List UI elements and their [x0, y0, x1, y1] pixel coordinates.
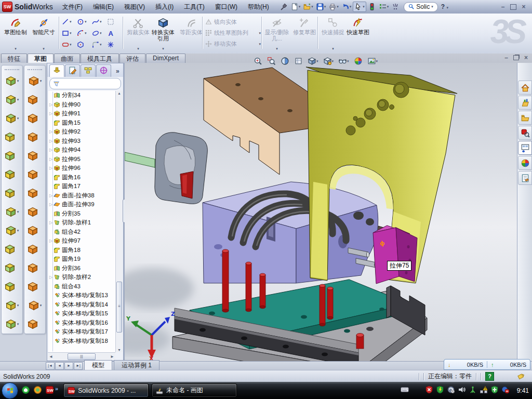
- minimize-button[interactable]: –: [499, 3, 507, 10]
- knit-surface-button[interactable]: [24, 277, 45, 296]
- expand-arrow-icon[interactable]: ▷: [48, 220, 54, 225]
- tree-item[interactable]: 圆角19: [48, 255, 115, 264]
- commandmanager-tab-特征[interactable]: 特征: [1, 54, 27, 63]
- freeform-button[interactable]: [24, 315, 45, 334]
- linear-pattern-feature-button[interactable]: ▾: [2, 221, 22, 240]
- propertymanager-tab[interactable]: [65, 64, 80, 77]
- commandmanager-tab-曲面[interactable]: 曲面: [54, 54, 80, 63]
- tray-signal-icon[interactable]: [469, 385, 477, 395]
- tray-network-warning-icon[interactable]: [480, 385, 488, 395]
- parting-line-button[interactable]: [24, 109, 45, 128]
- spline-handle-button[interactable]: ▾: [2, 315, 22, 334]
- rebuild-button[interactable]: [367, 2, 377, 11]
- tray-keyboard-icon[interactable]: [401, 385, 409, 395]
- swept-boss-button[interactable]: [2, 128, 22, 147]
- tree-item[interactable]: ▷ 拉伸93: [48, 137, 115, 146]
- expand-arrow-icon[interactable]: ▷: [48, 202, 54, 207]
- scroll-right-icon[interactable]: ►: [110, 354, 114, 359]
- tree-item[interactable]: ▷ 拉伸97: [48, 236, 115, 246]
- hole-wizard-button[interactable]: [2, 184, 22, 203]
- select-entities-button[interactable]: [107, 16, 122, 28]
- tray-sync-icon[interactable]: [501, 385, 510, 395]
- menu-item[interactable]: 编辑(E): [88, 3, 119, 11]
- scroll-down-icon[interactable]: ▼: [116, 348, 123, 352]
- tray-security-alert-icon[interactable]: [425, 385, 433, 395]
- expand-arrow-icon[interactable]: ▷: [48, 129, 54, 134]
- expand-arrow-icon[interactable]: ▷: [48, 157, 54, 162]
- expand-arrow-icon[interactable]: ▷: [48, 238, 54, 243]
- tree-item[interactable]: ▷ 曲面-拉伸39: [48, 200, 115, 209]
- configurationmanager-tab[interactable]: [81, 64, 96, 77]
- sketch-text-button[interactable]: A: [107, 28, 122, 39]
- tree-item[interactable]: 实体-移动/复制14: [48, 300, 115, 310]
- zoom-area-button[interactable]: [266, 56, 277, 66]
- revolved-boss-button[interactable]: ▾: [2, 109, 22, 128]
- featuremanager-design-tree-tab[interactable]: [49, 64, 64, 77]
- solidworks-resources-tab[interactable]: [518, 81, 532, 95]
- tree-item[interactable]: 分割36: [48, 264, 115, 273]
- help-button[interactable]: ? ▾: [441, 3, 448, 10]
- menu-item[interactable]: 工具(T): [179, 3, 209, 11]
- appearances-button[interactable]: [353, 56, 364, 66]
- parting-surface-button[interactable]: [24, 165, 45, 184]
- wrap-button[interactable]: ▾: [2, 296, 22, 315]
- lofted-boss-button[interactable]: [2, 147, 22, 165]
- graphics-viewport[interactable]: ▾▾▾▾: [125, 63, 517, 361]
- polygon-button[interactable]: [76, 39, 91, 50]
- tree-item[interactable]: ▷ 拉伸96: [48, 164, 115, 173]
- menu-item[interactable]: 插入(I): [150, 3, 179, 11]
- move-entities-button[interactable]: 移动实体▾: [205, 38, 261, 49]
- spline-button[interactable]: ▾: [91, 16, 107, 28]
- tree-item[interactable]: 实体-移动/复制18: [48, 337, 115, 346]
- view-settings-button[interactable]: ▾: [322, 56, 335, 66]
- tray-updates-icon[interactable]: [447, 385, 455, 395]
- tree-item[interactable]: 组合42: [48, 228, 115, 237]
- search-dropdown-icon[interactable]: ▾: [431, 5, 433, 8]
- display-delete-relations-button[interactable]: 显示/删除几... ▾: [263, 15, 290, 51]
- split-line-button[interactable]: ▾: [24, 72, 45, 90]
- boundary-boss-button[interactable]: [2, 165, 22, 184]
- doc-tab-模型[interactable]: 模型: [84, 360, 112, 370]
- core-button[interactable]: [24, 240, 45, 259]
- tree-item[interactable]: ▷ 拉伸95: [48, 155, 115, 164]
- mirror-entities-button[interactable]: !镜向实体: [205, 17, 261, 28]
- section-view-button[interactable]: [280, 56, 290, 66]
- rapid-sketch-button[interactable]: 快速草图: [344, 15, 371, 51]
- panel-overflow-icon[interactable]: »: [112, 68, 124, 77]
- tree-item[interactable]: 实体-移动/复制15: [48, 309, 115, 318]
- display-style-button[interactable]: ▾: [307, 56, 320, 66]
- tree-item[interactable]: 圆角17: [48, 182, 115, 191]
- menu-item[interactable]: 帮助(H): [243, 3, 274, 11]
- planar-surface-button[interactable]: [24, 184, 45, 203]
- view-palette-tab[interactable]: [518, 141, 532, 155]
- offset-entities-button[interactable]: 等距实体: [178, 15, 205, 51]
- rib-button[interactable]: [2, 259, 22, 277]
- radiate-surface-button[interactable]: [24, 259, 45, 277]
- tree-item[interactable]: ▷ 拉伸90: [48, 100, 115, 110]
- design-library-tab[interactable]: [518, 96, 532, 110]
- quicklaunch-overflow-icon[interactable]: »: [55, 385, 58, 392]
- tree-item[interactable]: 组合43: [48, 282, 115, 291]
- trim-entities-button[interactable]: 剪裁实体 ▾: [125, 15, 152, 51]
- tree-item[interactable]: ▷ 切除-放样1: [48, 218, 115, 228]
- tree-item[interactable]: ▷ 切除-放样2: [48, 273, 115, 282]
- ellipse-button[interactable]: ▾: [91, 28, 107, 39]
- expand-arrow-icon[interactable]: ▷: [48, 148, 54, 152]
- extruded-cut-button[interactable]: ▾: [2, 90, 22, 109]
- tree-item[interactable]: ▷ 曲面-拉伸38: [48, 191, 115, 201]
- close-button[interactable]: ×: [520, 3, 528, 10]
- expand-arrow-icon[interactable]: ▷: [48, 111, 54, 116]
- circle-button[interactable]: ▾: [76, 16, 91, 28]
- smart-dimension-button[interactable]: 智能尺寸 ▾: [30, 15, 57, 51]
- menu-item[interactable]: 窗口(W): [210, 3, 243, 11]
- shell-button[interactable]: [2, 277, 22, 296]
- menu-item[interactable]: 视图(V): [119, 3, 150, 11]
- tree-horizontal-scrollbar[interactable]: ◄ ||| ►: [48, 352, 115, 360]
- dimxpertmanager-tab[interactable]: [96, 64, 111, 77]
- appearances-scenes-tab[interactable]: [518, 156, 532, 170]
- tree-item[interactable]: 实体-移动/复制16: [48, 318, 115, 328]
- undo-button[interactable]: ▾: [340, 2, 353, 11]
- zoom-fit-button[interactable]: [252, 56, 263, 66]
- tree-item[interactable]: 圆角15: [48, 118, 115, 128]
- tag-icon[interactable]: [517, 373, 525, 380]
